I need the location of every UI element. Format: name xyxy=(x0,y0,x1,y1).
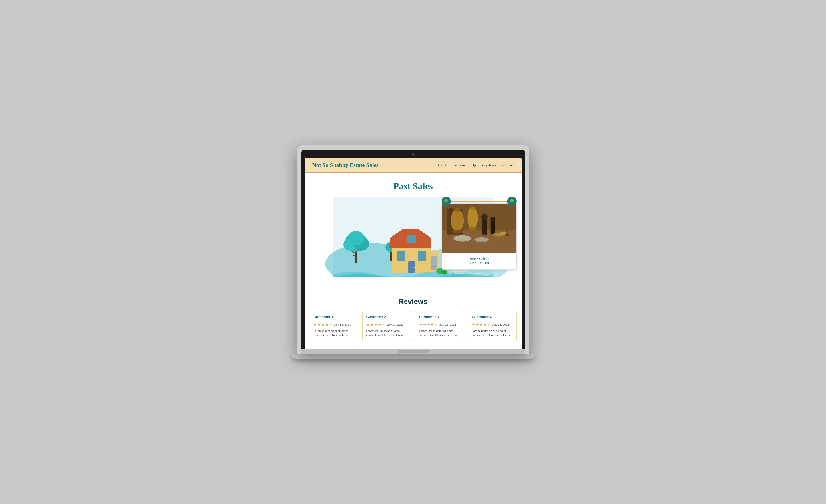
star-filled: ★ xyxy=(431,323,434,327)
review-date: July 13, 2023 xyxy=(492,323,509,326)
review-meta: ★★★★★July 13, 2023 xyxy=(366,323,407,327)
review-underline xyxy=(366,320,407,320)
review-date: July 13, 2023 xyxy=(387,323,404,326)
review-underline xyxy=(313,320,354,320)
review-customer-name: Customer 1 xyxy=(313,315,354,319)
nav-about[interactable]: About xyxy=(437,163,446,167)
star-filled: ★ xyxy=(321,323,325,327)
review-text: Lorem ipsum dolor sit amet consectetur. … xyxy=(472,329,513,337)
review-underline xyxy=(472,320,513,320)
star-empty: ★ xyxy=(329,323,333,327)
past-sales-title: Past Sales xyxy=(310,181,517,192)
tree-icon-left: 🌳 xyxy=(441,197,451,206)
star-filled: ★ xyxy=(317,323,321,327)
review-stars: ★★★★★ xyxy=(472,323,491,327)
card-connector: 🌳 🌳 xyxy=(441,197,517,206)
review-customer-name: Customer 4 xyxy=(472,315,513,319)
review-text: Lorem ipsum dolor sit amet consectetur. … xyxy=(366,329,407,337)
review-date: July 13, 2023 xyxy=(334,323,351,326)
navbar: Not So Shabby Estate Sales About Service… xyxy=(304,158,522,173)
past-sales-section: Past Sales xyxy=(304,173,522,290)
reviews-section: Reviews Customer 1★★★★★July 13, 2023Lore… xyxy=(304,290,522,349)
laptop-bottom xyxy=(301,349,525,354)
connector-line xyxy=(451,201,507,202)
estate-card-text: Estate Sale 1, June 1st-3rd xyxy=(442,253,516,269)
svg-point-41 xyxy=(441,269,447,275)
svg-point-9 xyxy=(348,231,364,245)
star-filled: ★ xyxy=(472,323,475,327)
review-stars: ★★★★★ xyxy=(419,323,438,327)
star-filled: ★ xyxy=(313,323,317,327)
reviews-grid: Customer 1★★★★★July 13, 2023Lorem ipsum … xyxy=(310,311,517,341)
review-underline xyxy=(419,320,460,320)
review-stars: ★★★★★ xyxy=(366,323,385,327)
star-empty: ★ xyxy=(487,323,491,327)
star-filled: ★ xyxy=(374,323,377,327)
laptop-frame: Not So Shabby Estate Sales About Service… xyxy=(297,145,529,354)
star-empty: ★ xyxy=(382,323,385,327)
estate-card-image xyxy=(442,204,516,253)
review-customer-name: Customer 2 xyxy=(366,315,407,319)
review-meta: ★★★★★July 13, 2023 xyxy=(419,323,460,327)
nav-services[interactable]: Services xyxy=(453,163,465,167)
star-filled: ★ xyxy=(419,323,422,327)
past-sales-content: 🌳 🌳 xyxy=(310,197,517,285)
camera-notch xyxy=(412,153,415,156)
estate-card-title: Estate Sale 1, xyxy=(446,257,512,261)
review-card: Customer 2★★★★★July 13, 2023Lorem ipsum … xyxy=(362,311,411,341)
estate-card-wrapper: 🌳 🌳 xyxy=(441,197,517,269)
star-filled: ★ xyxy=(483,323,487,327)
estate-card-subtitle: June 1st-3rd xyxy=(446,261,512,265)
review-date: July 13, 2023 xyxy=(439,323,456,326)
estate-card: Estate Sale 1, June 1st-3rd xyxy=(441,203,517,269)
review-card: Customer 4★★★★★July 13, 2023Lorem ipsum … xyxy=(468,311,517,341)
svg-marker-27 xyxy=(389,248,431,248)
site-logo: Not So Shabby Estate Sales xyxy=(312,162,379,169)
star-filled: ★ xyxy=(476,323,479,327)
screen-bezel: Not So Shabby Estate Sales About Service… xyxy=(301,150,525,349)
star-filled: ★ xyxy=(325,323,329,327)
star-filled: ★ xyxy=(480,323,483,327)
review-meta: ★★★★★July 13, 2023 xyxy=(472,323,513,327)
star-empty: ★ xyxy=(434,323,438,327)
reviews-title: Reviews xyxy=(310,298,517,306)
nav-contact[interactable]: Contact xyxy=(502,163,514,167)
nav-links: About Services Upcoming Sales Contact xyxy=(437,163,514,167)
star-filled: ★ xyxy=(423,323,426,327)
review-text: Lorem ipsum dolor sit amet consectetur. … xyxy=(419,329,460,337)
review-card: Customer 3★★★★★July 13, 2023Lorem ipsum … xyxy=(415,311,464,341)
star-filled: ★ xyxy=(378,323,381,327)
star-filled: ★ xyxy=(370,323,373,327)
screen: Not So Shabby Estate Sales About Service… xyxy=(304,158,522,349)
review-text: Lorem ipsum dolor sit amet consectetur. … xyxy=(313,329,354,337)
nav-upcoming-sales[interactable]: Upcoming Sales xyxy=(472,163,496,167)
review-customer-name: Customer 3 xyxy=(419,315,460,319)
svg-rect-16 xyxy=(391,251,392,261)
laptop-base xyxy=(292,354,535,359)
review-card: Customer 1★★★★★July 13, 2023Lorem ipsum … xyxy=(310,311,358,341)
review-stars: ★★★★★ xyxy=(313,323,333,327)
laptop-hinge xyxy=(398,351,429,353)
star-filled: ★ xyxy=(427,323,430,327)
svg-rect-36 xyxy=(452,271,467,272)
tree-icon-right: 🌳 xyxy=(507,197,517,206)
svg-rect-64 xyxy=(442,204,516,253)
svg-rect-29 xyxy=(418,251,426,261)
star-filled: ★ xyxy=(366,323,370,327)
svg-point-33 xyxy=(413,267,415,268)
review-meta: ★★★★★July 13, 2023 xyxy=(313,323,354,327)
